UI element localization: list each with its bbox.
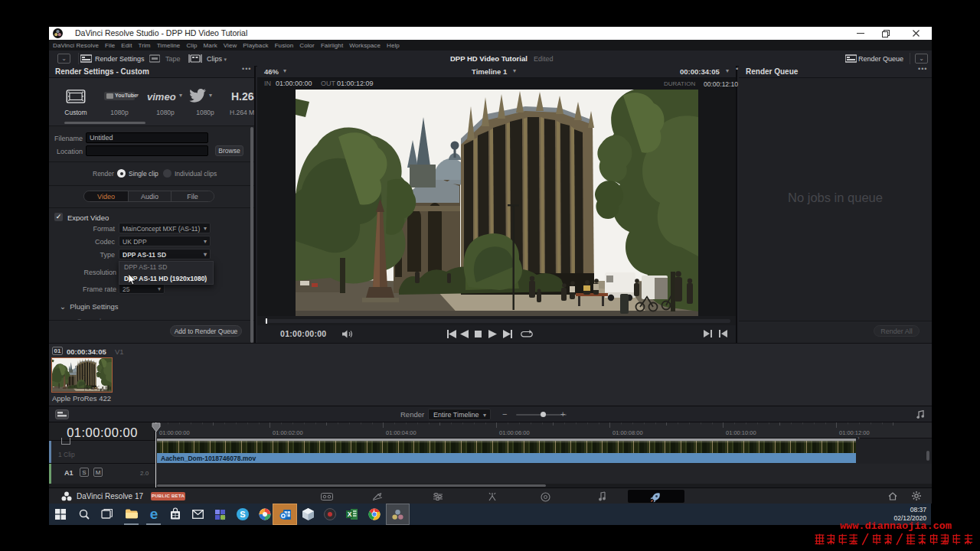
svg-text:X: X [348,510,352,518]
